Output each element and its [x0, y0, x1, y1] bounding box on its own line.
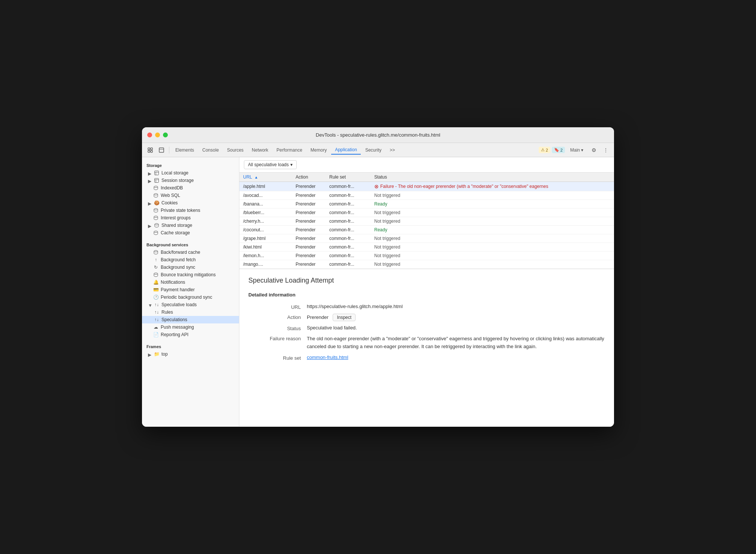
sidebar-item-label: Shared storage [161, 223, 192, 228]
tab-memory[interactable]: Memory [307, 146, 330, 154]
cell-ruleset: common-fr... [326, 226, 371, 234]
filter-button[interactable]: All speculative loads ▾ [244, 160, 297, 169]
cell-ruleset: common-fr... [326, 217, 371, 226]
sidebar-item-interest-groups[interactable]: Interest groups [142, 214, 239, 222]
svg-point-15 [154, 216, 158, 217]
devtools-window: DevTools - speculative-rules.glitch.me/c… [142, 127, 614, 427]
cell-ruleset: common-fr... [326, 191, 371, 200]
sidebar-item-periodic-bg-sync[interactable]: 🕐 Periodic background sync [142, 293, 239, 301]
tab-elements[interactable]: Elements [172, 146, 198, 154]
tab-security[interactable]: Security [362, 146, 385, 154]
sync-icon: ↑↓ [154, 310, 159, 315]
sidebar-item-label: Back/forward cache [161, 250, 200, 255]
inspect-button[interactable]: Inspect [333, 314, 356, 321]
sidebar-item-label: Push messaging [161, 325, 194, 330]
sidebar-item-background-fetch[interactable]: ↑ Background fetch [142, 256, 239, 264]
cell-ruleset: common-fr... [326, 252, 371, 260]
svg-point-12 [154, 186, 158, 188]
table-row[interactable]: /avocad...Prerendercommon-fr...Not trigg… [239, 191, 614, 200]
table-row[interactable]: /kiwi.htmlPrerendercommon-fr...Not trigg… [239, 243, 614, 252]
info-badge[interactable]: 🔖 2 [552, 147, 565, 153]
table-row[interactable]: /blueberr...Prerendercommon-fr...Not tri… [239, 208, 614, 217]
inspect-element-icon[interactable] [156, 145, 167, 155]
sidebar-item-reporting-api[interactable]: 📄 Reporting API [142, 331, 239, 338]
db-icon [153, 208, 158, 213]
tab-more[interactable]: >> [386, 146, 399, 154]
cell-action: Prerender [292, 234, 326, 243]
table-row[interactable]: /cherry.h...Prerendercommon-fr...Not tri… [239, 217, 614, 226]
tab-console[interactable]: Console [199, 146, 223, 154]
sidebar-item-label: Local storage [161, 170, 188, 176]
col-header-status[interactable]: Status [371, 173, 614, 182]
table-row[interactable]: /mango....Prerendercommon-fr...Not trigg… [239, 260, 614, 269]
col-header-url[interactable]: URL ▲ [239, 173, 292, 182]
main-dropdown[interactable]: Main ▾ [566, 146, 587, 154]
col-header-action[interactable]: Action [292, 173, 326, 182]
more-options-icon[interactable]: ⋮ [601, 145, 611, 155]
db-icon [153, 215, 158, 220]
cell-action: Prerender [292, 182, 326, 191]
ruleset-link[interactable]: common-fruits.html [307, 354, 348, 360]
cell-action: Prerender [292, 191, 326, 200]
sidebar-item-notifications[interactable]: 🔔 Notifications [142, 278, 239, 286]
cell-ruleset: common-fr... [326, 243, 371, 252]
cursor-tool-icon[interactable] [145, 145, 155, 155]
warning-badge[interactable]: ⚠ 2 [539, 147, 550, 153]
sidebar-item-private-state-tokens[interactable]: Private state tokens [142, 207, 239, 214]
chevron-right-icon: ▶ [148, 352, 152, 356]
cell-status: Not triggered [371, 208, 614, 217]
table-row[interactable]: /grape.htmlPrerendercommon-fr...Not trig… [239, 234, 614, 243]
bg-services-section-header: Background services [142, 240, 239, 249]
svg-point-16 [155, 223, 158, 225]
sidebar-item-indexeddb[interactable]: IndexedDB [142, 184, 239, 192]
cell-action: Prerender [292, 217, 326, 226]
cell-status: Not triggered [371, 252, 614, 260]
sidebar-item-local-storage[interactable]: ▶ Local storage [142, 169, 239, 177]
sidebar-item-session-storage[interactable]: ▶ Session storage [142, 177, 239, 184]
maximize-button[interactable] [163, 133, 168, 137]
sidebar-item-rules[interactable]: ↑↓ Rules [142, 308, 239, 316]
chevron-right-icon: ▶ [148, 171, 152, 175]
sync-icon: ↑↓ [154, 317, 159, 322]
not-triggered-status: Not triggered [374, 193, 400, 198]
svg-point-19 [154, 273, 158, 274]
sidebar-item-label: Web SQL [161, 193, 180, 198]
sidebar-item-shared-storage[interactable]: ▶ Shared storage [142, 222, 239, 229]
table-row[interactable]: /lemon.h...Prerendercommon-fr...Not trig… [239, 252, 614, 260]
settings-icon[interactable]: ⚙ [589, 145, 599, 155]
sidebar-item-cache-storage[interactable]: Cache storage [142, 229, 239, 237]
sidebar-item-web-sql[interactable]: Web SQL [142, 192, 239, 199]
chevron-right-icon: ▶ [148, 223, 152, 227]
tab-sources[interactable]: Sources [223, 146, 247, 154]
close-button[interactable] [147, 133, 152, 137]
sidebar-item-label: Private state tokens [161, 208, 200, 213]
sidebar-item-cookies[interactable]: ▶ 🍪 Cookies [142, 199, 239, 207]
tab-network[interactable]: Network [248, 146, 272, 154]
col-header-ruleset[interactable]: Rule set [326, 173, 371, 182]
table-row[interactable]: /coconut...Prerendercommon-fr...Ready [239, 226, 614, 234]
sidebar-item-label: Background sync [161, 265, 195, 270]
table-row[interactable]: /banana...Prerendercommon-fr...Ready [239, 200, 614, 208]
toolbar-divider-1 [169, 147, 169, 153]
sidebar-item-background-sync[interactable]: ↻ Background sync [142, 264, 239, 271]
minimize-button[interactable] [155, 133, 160, 137]
window-title: DevTools - speculative-rules.glitch.me/c… [316, 132, 440, 138]
sidebar-item-push-messaging[interactable]: ☁ Push messaging [142, 323, 239, 331]
doc-icon: 📄 [153, 332, 158, 337]
tab-application[interactable]: Application [331, 146, 361, 155]
sidebar-item-bounce-tracking[interactable]: Bounce tracking mitigations [142, 271, 239, 278]
sidebar-item-back-forward-cache[interactable]: Back/forward cache [142, 249, 239, 256]
cell-ruleset: common-fr... [326, 208, 371, 217]
sidebar-item-top[interactable]: ▶ 📁 top [142, 350, 239, 358]
tab-performance[interactable]: Performance [273, 146, 306, 154]
error-icon: ⊗ [374, 183, 379, 189]
svg-point-18 [154, 250, 158, 252]
sidebar-item-label: Cookies [161, 200, 178, 206]
sidebar-item-speculations[interactable]: ↑↓ Speculations [142, 316, 239, 323]
sidebar-item-speculative-loads[interactable]: ▼ ↑↓ Speculative loads [142, 301, 239, 308]
cell-status: Not triggered [371, 217, 614, 226]
table-row[interactable]: /apple.htmlPrerendercommon-fr...⊗Failure… [239, 182, 614, 191]
sidebar-item-payment-handler[interactable]: 💳 Payment handler [142, 286, 239, 293]
status-label: Status [248, 325, 301, 331]
status-value: Speculative load failed. [307, 325, 605, 331]
